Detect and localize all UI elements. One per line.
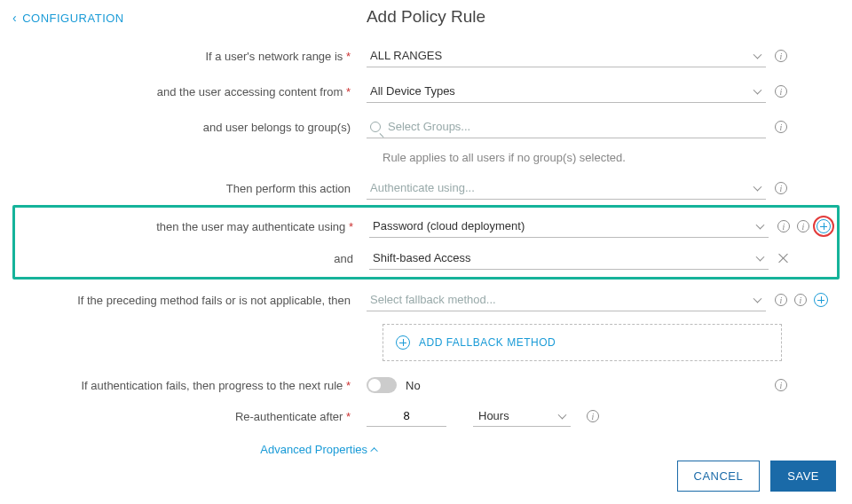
progress-next-state: No <box>406 379 421 392</box>
info-icon[interactable] <box>775 294 787 306</box>
device-type-select[interactable]: All Device Types <box>367 80 766 103</box>
label-action: Then perform this action <box>16 182 367 195</box>
advanced-properties-toggle[interactable]: Advanced Properties <box>260 443 378 456</box>
fallback-select[interactable]: Select fallback method... <box>367 288 766 311</box>
info-icon[interactable] <box>587 410 599 422</box>
add-fallback-button[interactable]: Add fallback method <box>383 324 782 361</box>
cancel-button[interactable]: CANCEL <box>677 461 761 492</box>
auth-method-select-2[interactable]: Shift-based Access <box>369 247 769 270</box>
label-device-type: and the user accessing content from <box>16 85 367 98</box>
label-auth-using: then the user may authenticate using <box>19 220 369 233</box>
progress-next-toggle[interactable] <box>367 377 397 393</box>
info-icon[interactable] <box>775 182 787 194</box>
groups-placeholder: Select Groups... <box>388 120 470 133</box>
reauth-value-input[interactable] <box>367 406 446 427</box>
label-progress-next: If authentication fails, then progress t… <box>16 379 367 392</box>
remove-auth-method-button[interactable] <box>777 252 790 264</box>
add-fallback-method-button[interactable] <box>814 293 828 307</box>
info-icon[interactable] <box>775 50 787 62</box>
back-link-label: Configuration <box>22 12 124 25</box>
info-icon[interactable] <box>775 85 787 98</box>
groups-hint: Rule applies to all users if no group(s)… <box>383 151 836 164</box>
page-title: Add Policy Rule <box>367 7 485 27</box>
chevron-left-icon: ‹ <box>12 11 17 25</box>
info-icon[interactable] <box>775 379 787 391</box>
info-icon[interactable] <box>775 121 787 133</box>
label-groups: and user belongs to group(s) <box>16 121 367 134</box>
save-button[interactable]: SAVE <box>770 461 836 492</box>
reauth-unit-select[interactable]: Hours <box>473 406 571 427</box>
auth-method-select-1[interactable]: Password (cloud deployment) <box>369 215 769 238</box>
back-link[interactable]: ‹ Configuration <box>12 11 124 25</box>
chevron-up-icon <box>370 447 377 454</box>
groups-multiselect[interactable]: Select Groups... <box>367 115 766 138</box>
label-network-range: If a user's network range is <box>16 50 367 63</box>
label-fallback: If the preceding method fails or is not … <box>16 294 367 307</box>
info-icon[interactable] <box>797 220 809 232</box>
action-select[interactable]: Authenticate using... <box>367 177 766 200</box>
info-icon[interactable] <box>777 220 790 232</box>
network-range-select[interactable]: ALL RANGES <box>367 44 766 67</box>
add-auth-method-button[interactable] <box>816 219 831 233</box>
plus-icon <box>396 335 410 350</box>
label-reauth-after: Re-authenticate after <box>16 410 367 423</box>
info-icon[interactable] <box>794 294 807 306</box>
auth-methods-highlight: then the user may authenticate using Pas… <box>12 205 840 280</box>
advanced-properties-label: Advanced Properties <box>260 443 367 456</box>
search-icon <box>370 122 381 132</box>
label-and: and <box>19 252 369 265</box>
add-fallback-label: Add fallback method <box>419 336 556 349</box>
